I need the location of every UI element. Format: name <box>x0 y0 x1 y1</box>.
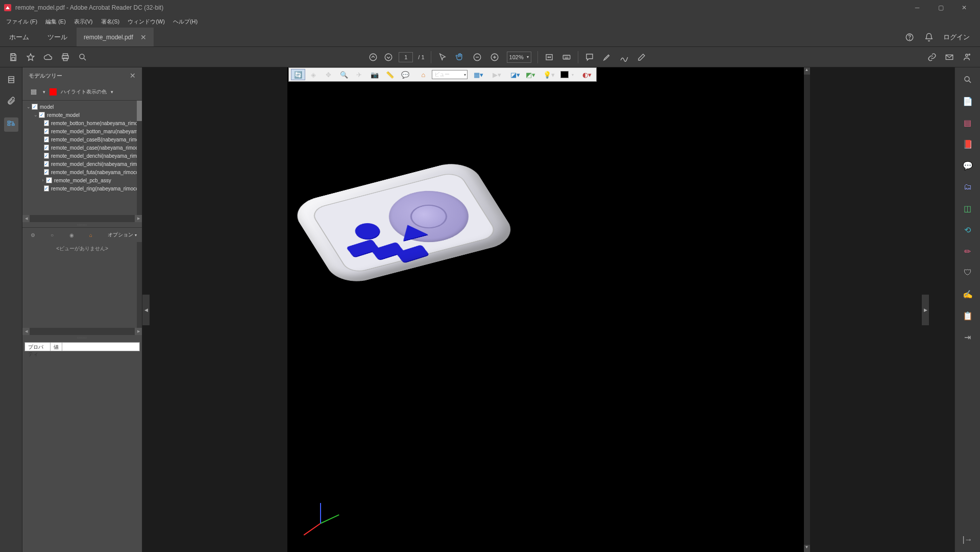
zoom-out-icon[interactable] <box>472 52 482 62</box>
tree-node-label[interactable]: remote_model_denchi(nabeyama_rimoc <box>51 161 139 167</box>
draw-icon[interactable] <box>619 52 629 62</box>
tree-checkbox[interactable]: ✓ <box>46 177 52 183</box>
tree-toggle[interactable]: ⌄ <box>26 104 32 109</box>
close-button[interactable]: ✕ <box>952 0 976 15</box>
page-number-input[interactable] <box>399 52 413 62</box>
more-tools-icon[interactable]: 📋 <box>962 309 974 322</box>
protect-icon[interactable]: 🛡 <box>962 267 974 279</box>
tree-node-label[interactable]: remote_model <box>47 112 80 118</box>
tree-scrollbar[interactable] <box>137 101 142 215</box>
view-gear-icon[interactable]: ⚙ <box>28 230 38 240</box>
3d-zoom-icon[interactable]: 🔍 <box>337 69 351 80</box>
menu-edit[interactable]: 編集 (E) <box>45 18 66 26</box>
page-vscroll[interactable]: ▲ ▼ <box>804 67 810 552</box>
search-tool-icon[interactable] <box>962 74 974 86</box>
tree-toggle[interactable]: ⌄ <box>33 112 39 117</box>
panel-close-button[interactable]: ✕ <box>130 71 136 80</box>
3d-rotate-icon[interactable]: 🔄 <box>291 69 305 80</box>
options-label[interactable]: オプション ▾ <box>108 231 137 238</box>
highlight-color-chip[interactable] <box>50 88 57 95</box>
tree-toggle[interactable]: › <box>40 178 46 183</box>
3d-bgcolor-swatch[interactable] <box>560 71 569 78</box>
attachments-icon[interactable] <box>6 96 16 106</box>
help-icon[interactable] <box>904 32 915 42</box>
splitter-handle[interactable]: ::::::: <box>22 222 142 227</box>
3d-cross-section-icon[interactable]: ◐▾ <box>580 69 594 80</box>
menu-view[interactable]: 表示(V) <box>74 18 93 26</box>
menu-file[interactable]: ファイル (F) <box>6 18 37 26</box>
zoom-in-icon[interactable] <box>489 52 500 62</box>
3d-toggle-tree-icon[interactable]: ▦▾ <box>472 69 486 80</box>
print-icon[interactable] <box>60 52 70 62</box>
view-home-icon[interactable]: ⌂ <box>86 230 96 240</box>
zoom-select[interactable]: 102%▾ <box>507 52 531 63</box>
search-icon[interactable] <box>78 52 88 62</box>
save-icon[interactable] <box>8 52 18 62</box>
3d-camera-icon[interactable]: 📷 <box>368 69 382 80</box>
create-pdf-icon[interactable]: 📕 <box>962 138 974 150</box>
combine-icon[interactable]: 🗂 <box>962 181 974 193</box>
expand-rail-icon[interactable]: |→ <box>962 534 974 546</box>
mail-icon[interactable] <box>944 52 954 62</box>
redact-icon[interactable]: ✏ <box>962 245 974 257</box>
tree-checkbox[interactable]: ✓ <box>44 145 49 151</box>
highlight-label[interactable]: ハイライト表示の色 <box>61 88 107 95</box>
tree-node-label[interactable]: remote_botton_home(nabeyama_rimoco <box>51 121 139 126</box>
page-down-icon[interactable] <box>383 52 394 62</box>
tab-home[interactable]: ホーム <box>0 28 38 46</box>
keyboard-icon[interactable] <box>561 52 572 62</box>
tree-checkbox[interactable]: ✓ <box>44 153 49 159</box>
tree-checkbox[interactable]: ✓ <box>44 169 49 175</box>
thumbnails-icon[interactable] <box>6 75 16 85</box>
comment-icon[interactable] <box>584 52 595 62</box>
tree-node-label[interactable]: remote_model_pcb_assy <box>54 178 111 183</box>
3d-fly-icon[interactable]: ✈ <box>352 69 366 80</box>
view-hscroll[interactable] <box>22 328 142 335</box>
login-button[interactable]: ログイン <box>943 33 970 42</box>
tree-checkbox[interactable]: ✓ <box>44 136 49 142</box>
tree-node-label[interactable]: remote_model_caseB(nabeyama_rimoco <box>51 137 139 142</box>
3d-home-icon[interactable]: ⌂ <box>416 69 431 80</box>
tree-list-icon[interactable] <box>29 87 39 97</box>
3d-light-icon[interactable]: 💡▾ <box>542 69 556 80</box>
3d-model-viewport[interactable] <box>288 153 552 308</box>
tree-checkbox[interactable]: ✓ <box>39 112 45 118</box>
eraser-icon[interactable] <box>636 52 647 62</box>
view-circle2-icon[interactable]: ◉ <box>66 230 77 240</box>
maximize-button[interactable]: ▢ <box>929 0 952 15</box>
tree-node-label[interactable]: remote_model_denchi(nabeyama_rimoc <box>51 153 139 159</box>
3d-measure-icon[interactable]: 📏 <box>383 69 397 80</box>
tree-node-label[interactable]: remote_model_botton_maru(nabeyama_ <box>51 129 139 134</box>
3d-comment-icon[interactable]: 💬 <box>398 69 412 80</box>
edit-pdf-icon[interactable]: ▤ <box>962 116 974 129</box>
collapse-left-panel-button[interactable]: ◀ <box>142 295 150 325</box>
sign-tool-icon[interactable]: ✍ <box>962 288 974 300</box>
3d-pan-icon[interactable]: ✥ <box>322 69 336 80</box>
pointer-icon[interactable] <box>437 52 448 62</box>
bell-icon[interactable] <box>924 32 934 42</box>
tree-node-label[interactable]: model <box>40 104 54 110</box>
tree-node-label[interactable]: remote_model_futa(nabeyama_rimocon_ <box>51 170 139 175</box>
tab-document[interactable]: remote_model.pdf ✕ <box>77 28 154 46</box>
tree-checkbox[interactable]: ✓ <box>44 161 49 167</box>
highlight-icon[interactable] <box>602 52 612 62</box>
menu-sign[interactable]: 署名(S) <box>101 18 120 26</box>
tab-tools[interactable]: ツール <box>38 28 77 46</box>
collapse-right-panel-button[interactable]: ▶ <box>922 295 929 325</box>
tree-checkbox[interactable]: ✓ <box>44 120 49 126</box>
cloud-icon[interactable] <box>43 52 53 62</box>
menu-window[interactable]: ウィンドウ(W) <box>128 18 165 26</box>
link-icon[interactable] <box>927 52 937 62</box>
tree-hscroll[interactable] <box>22 215 142 222</box>
star-icon[interactable] <box>26 52 36 62</box>
model-tree-icon[interactable] <box>4 117 18 132</box>
tree-checkbox[interactable]: ✓ <box>44 128 49 134</box>
page-up-icon[interactable] <box>368 52 378 62</box>
3d-render-icon[interactable]: ◪▾ <box>508 69 523 80</box>
hand-icon[interactable] <box>455 52 465 62</box>
3d-part-icon[interactable]: ◩▾ <box>524 69 538 80</box>
tree-node-label[interactable]: remote_model_case(nabeyama_rimocon <box>51 145 139 151</box>
view-scrollbar[interactable] <box>137 242 142 328</box>
view-circle-icon[interactable]: ○ <box>47 230 57 240</box>
3d-spin-icon[interactable]: ◈ <box>306 69 321 80</box>
